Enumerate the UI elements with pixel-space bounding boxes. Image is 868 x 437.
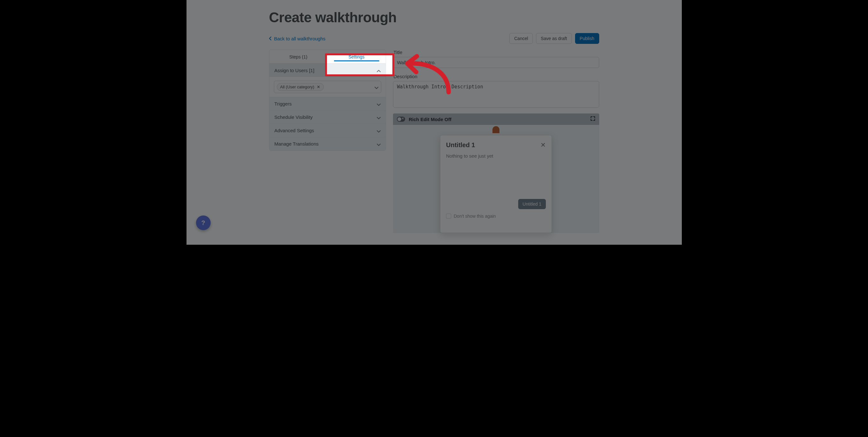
stage: Create walkthrough Back to all walkthrou… bbox=[186, 0, 682, 245]
chevron-up-icon bbox=[377, 69, 381, 72]
